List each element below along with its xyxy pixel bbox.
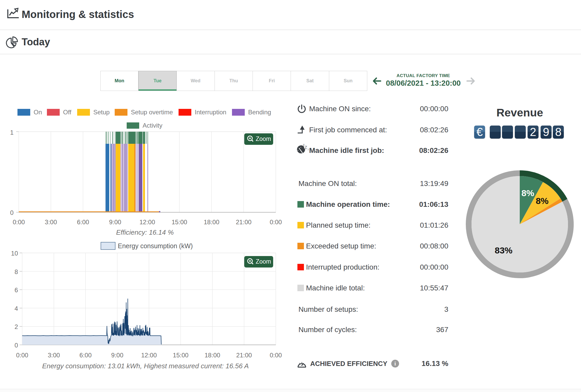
svg-text:Energy consumption (kW): Energy consumption (kW) bbox=[118, 242, 193, 250]
svg-text:Efficiency: 16.14 %: Efficiency: 16.14 % bbox=[116, 228, 174, 236]
svg-text:0:00: 0:00 bbox=[270, 352, 282, 359]
svg-text:3:00: 3:00 bbox=[45, 219, 57, 226]
svg-text:8%: 8% bbox=[536, 196, 548, 206]
svg-text:10: 10 bbox=[11, 250, 18, 257]
svg-text:Energy consumption: 13.01 kWh,: Energy consumption: 13.01 kWh, Highest m… bbox=[42, 362, 249, 370]
svg-text:21:00: 21:00 bbox=[236, 352, 252, 359]
svg-text:12:00: 12:00 bbox=[141, 352, 157, 359]
svg-text:3:00: 3:00 bbox=[48, 352, 60, 359]
svg-text:9:00: 9:00 bbox=[109, 219, 121, 226]
svg-text:Zoom: Zoom bbox=[256, 258, 271, 265]
svg-text:9:00: 9:00 bbox=[111, 352, 124, 359]
svg-text:0: 0 bbox=[10, 209, 14, 216]
svg-text:12:00: 12:00 bbox=[139, 219, 155, 226]
svg-text:4: 4 bbox=[15, 305, 18, 312]
svg-text:6:00: 6:00 bbox=[77, 219, 89, 226]
svg-text:15:00: 15:00 bbox=[173, 352, 188, 359]
svg-text:8%: 8% bbox=[521, 188, 534, 198]
svg-text:1: 1 bbox=[10, 129, 14, 136]
svg-text:15:00: 15:00 bbox=[172, 219, 187, 226]
svg-text:8: 8 bbox=[15, 268, 18, 275]
svg-text:21:00: 21:00 bbox=[236, 219, 252, 226]
svg-text:Z: Z bbox=[304, 145, 307, 150]
svg-text:83%: 83% bbox=[495, 245, 512, 255]
svg-text:0:00: 0:00 bbox=[270, 219, 282, 226]
svg-text:0:00: 0:00 bbox=[16, 352, 28, 359]
svg-text:18:00: 18:00 bbox=[204, 219, 219, 226]
svg-text:Zoom: Zoom bbox=[256, 135, 271, 142]
svg-text:0:00: 0:00 bbox=[13, 219, 25, 226]
svg-text:0: 0 bbox=[15, 342, 18, 349]
svg-text:6: 6 bbox=[15, 287, 18, 294]
svg-text:6:00: 6:00 bbox=[79, 352, 92, 359]
svg-text:18:00: 18:00 bbox=[205, 352, 220, 359]
svg-text:2: 2 bbox=[15, 323, 18, 330]
